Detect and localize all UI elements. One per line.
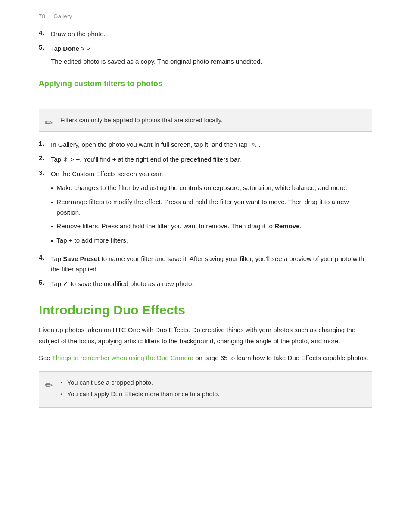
link-suffix: on page 65 to learn how to take Duo Effe… [193,354,368,361]
filter-step-3-bullets: Make changes to the filter by adjusting … [51,183,372,246]
bullet-text: Make changes to the filter by adjusting … [56,183,347,193]
link-prefix: See [39,354,52,361]
step-5: 5. Tap Done > ✓. The edited photo is sav… [39,44,372,67]
duo-note-1: You can't use a cropped photo. [60,378,364,388]
filter-step-1: 1. In Gallery, open the photo you want i… [39,140,372,150]
section-divider-top: Applying custom filters to photos [39,75,372,101]
section-duo-effects: Introducing Duo Effects Liven up photos … [39,303,372,408]
page-number: 78 [39,13,45,19]
divider-above-title [39,75,372,75]
duo-effects-intro: Liven up photos taken on HTC One with Du… [39,324,372,346]
note-text-filters: Filters can only be applied to photos th… [60,117,223,124]
pencil-icon-duo: ✏ [45,378,53,393]
bullet-text: Rearrange filters to modify the effect. … [56,197,372,218]
filter-step-5: 5. Tap ✓ to save the modified photo as a… [39,279,372,289]
duo-effects-link-para: See Things to remember when using the Du… [39,352,372,364]
filter-step-2-text: Tap ✳ > +. You'll find + at the right en… [51,154,241,165]
edit-icon: ✎ [250,141,258,149]
page-header: 78 Gallery [39,13,372,19]
filter-steps: 1. In Gallery, open the photo you want i… [39,140,372,289]
step-4-num: 4. [39,29,47,36]
divider-below-title [39,101,372,101]
duo-notes-list: You can't use a cropped photo. You can't… [60,378,364,399]
duo-effects-title: Introducing Duo Effects [39,303,372,317]
bullet-item: Remove filters. Press and hold the filte… [51,221,372,232]
filter-step-3-text: On the Custom Effects screen you can: [51,170,163,177]
section-name: Gallery [53,13,72,19]
note-box-filters: ✏ Filters can only be applied to photos … [39,109,372,132]
pencil-icon: ✏ [45,115,53,131]
bullet-item: Make changes to the filter by adjusting … [51,183,372,193]
filter-step-2-num: 2. [39,154,47,162]
step-5-num: 5. [39,44,47,51]
top-steps: 4. Draw on the photo. 5. Tap Done > ✓. T… [39,29,372,67]
filter-step-3-num: 3. [39,169,47,176]
filter-step-2: 2. Tap ✳ > +. You'll find + at the right… [39,154,372,165]
filter-step-3-content: On the Custom Effects screen you can: Ma… [51,169,372,249]
filter-step-4-num: 4. [39,254,47,261]
step-5-content: Tap Done > ✓. The edited photo is saved … [51,44,262,67]
filter-step-1-num: 1. [39,140,47,147]
bullet-item: Rearrange filters to modify the effect. … [51,197,372,218]
section-applying-filters: Applying custom filters to photos ✏ Filt… [39,75,372,289]
filter-step-3: 3. On the Custom Effects screen you can:… [39,169,372,249]
step-5-text: Tap Done > ✓. [51,45,94,52]
duo-camera-link[interactable]: Things to remember when using the Duo Ca… [52,354,194,361]
step-4: 4. Draw on the photo. [39,29,372,39]
filter-step-1-text: In Gallery, open the photo you want in f… [51,140,261,150]
bullet-text: Tap + to add more filters. [56,235,128,246]
step-4-text: Draw on the photo. [51,29,106,39]
duo-note-2: You can't apply Duo Effects more than on… [60,389,364,399]
note-box-duo: ✏ You can't use a cropped photo. You can… [39,371,372,408]
bullet-text: Remove filters. Press and hold the filte… [56,221,301,231]
step-5-subtext: The edited photo is saved as a copy. The… [51,56,262,67]
filter-step-5-num: 5. [39,279,47,286]
filter-step-5-text: Tap ✓ to save the modified photo as a ne… [51,279,194,289]
filter-step-4-text: Tap Save Preset to name your filter and … [51,254,372,274]
bullet-item: Tap + to add more filters. [51,235,372,246]
filter-step-4: 4. Tap Save Preset to name your filter a… [39,254,372,274]
section-title-filters: Applying custom filters to photos [39,79,372,93]
